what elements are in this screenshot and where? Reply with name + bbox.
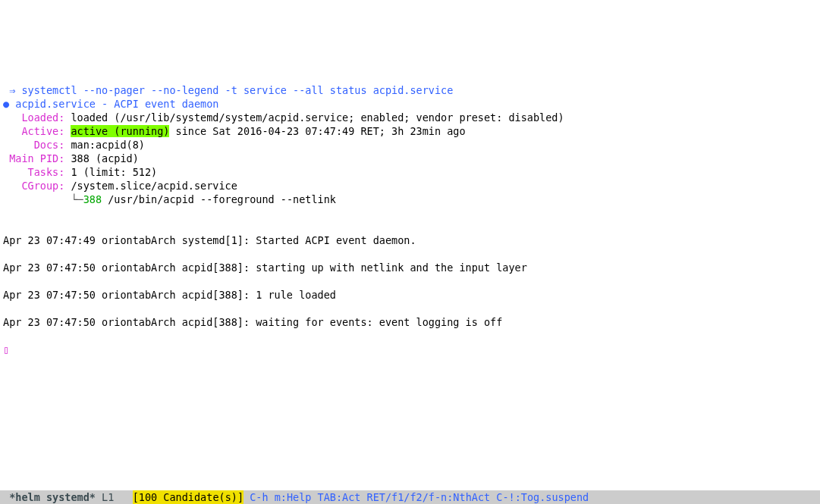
label-docs: Docs: [3,139,64,151]
modeline-bottom: *helm systemd* L1 [100 Candidate(s)] C-h… [0,490,820,504]
docs-value: man:acpid(8) [64,139,145,151]
text-cursor: ▯ [3,343,817,356]
log-line: Apr 23 07:47:50 oriontabArch acpid[388]:… [3,288,817,302]
active-state: active (running) [71,125,169,137]
cgroup-cmd: /usr/bin/acpid --foreground --netlink [102,193,336,205]
loaded-value: loaded (/usr/lib/systemd/system/acpid.se… [64,111,564,124]
log-line: Apr 23 07:47:49 oriontabArch systemd[1]:… [3,233,817,247]
status-bullet: ● [3,98,9,110]
unit-header: acpid.service - ACPI event daemon [15,98,218,110]
bottom-help-keys: C-h m:Help TAB:Act RET/f1/f2/f-n:NthAct … [243,490,589,504]
label-tasks: Tasks: [3,166,64,178]
journal-log-pane: Apr 23 07:47:49 oriontabArch systemd[1]:… [0,220,820,465]
status-output-pane: ⇒ systemctl --no-pager --no-legend -t se… [0,68,820,206]
log-line: Apr 23 07:47:50 oriontabArch acpid[388]:… [3,315,817,329]
candidate-count: [100 Candidate(s)] [133,490,243,504]
cgroup-value: /system.slice/acpid.service [64,180,237,192]
cgroup-pid: 388 [83,193,102,205]
prompt-icon: ⇒ [3,84,21,96]
bottom-line: L1 [96,490,133,504]
label-loaded: Loaded: [3,111,64,124]
cgroup-tree-branch: └─ [3,193,83,205]
command-line: systemctl --no-pager --no-legend -t serv… [21,84,453,96]
log-line: Apr 23 07:47:50 oriontabArch acpid[388]:… [3,261,817,274]
label-mainpid: Main PID: [3,152,64,164]
label-cgroup: CGroup: [3,180,64,192]
bottom-buffer-name: *helm systemd* [9,490,96,504]
active-since: since Sat 2016-04-23 07:47:49 RET; 3h 23… [169,125,465,137]
mainpid-value: 388 (acpid) [64,152,139,164]
tasks-value: 1 (limit: 512) [64,166,157,178]
label-active: Active: [3,125,64,137]
